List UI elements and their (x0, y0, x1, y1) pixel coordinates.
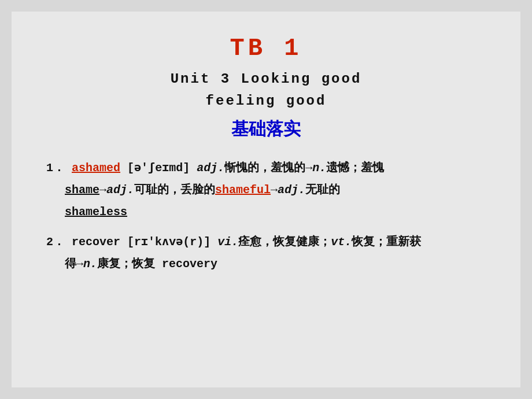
entry-2-word2: recovery (162, 257, 217, 271)
entry-1-phonetic1: [ə'ʃeɪmd] (120, 161, 197, 175)
entry-1-word3: shameful (215, 183, 271, 197)
entry-2: 2． recover [rɪ'kʌvə(r)] vi.痊愈，恢复健康；vt.恢复… (46, 231, 486, 275)
entry-1-number: 1． (46, 161, 65, 175)
entry-1: 1． ashamed [ə'ʃeɪmd] adj.惭愧的，羞愧的→n.遗憾；羞愧… (46, 157, 486, 223)
entry-1-pos3: adj. (278, 183, 305, 197)
entry-2-meaning2: 恢复；重新获 (352, 235, 421, 249)
entry-1-pos-n: n. (312, 161, 326, 175)
entry-2-line2: 得→n.康复；恢复 recovery (46, 253, 486, 275)
entry-2-line2-text: 得→ (65, 257, 83, 271)
entry-2-phonetic: [rɪ'kʌvə(r)] (120, 235, 217, 249)
entry-1-meaning3: 无耻的 (305, 183, 340, 197)
entry-2-pos2: vt. (331, 235, 352, 249)
entry-1-line1: 1． ashamed [ə'ʃeɪmd] adj.惭愧的，羞愧的→n.遗憾；羞愧 (46, 157, 486, 179)
entry-2-word: recover (72, 235, 120, 249)
entry-1-arrow3: → (271, 183, 278, 197)
entry-2-meaning3: 康复；恢复 (97, 257, 162, 271)
entry-2-pos1: vi. (217, 235, 238, 249)
chinese-title: 基础落实 (46, 117, 486, 141)
entry-1-meaning-n: 遗憾；羞愧 (326, 161, 384, 175)
entry-1-arrow2: → (99, 183, 106, 197)
entry-2-pos3: n. (83, 257, 97, 271)
entry-1-pos1: adj. (197, 161, 224, 175)
main-title: TB 1 (46, 35, 486, 62)
entry-1-pos2: adj. (106, 183, 134, 197)
entry-1-line2: shame→adj.可耻的，丢脸的shameful→adj.无耻的 (46, 179, 486, 201)
entry-1-word1: ashamed (72, 161, 120, 175)
entry-1-word4: shameless (65, 205, 127, 219)
entry-2-number: 2． (46, 235, 65, 249)
entry-1-meaning1: 惭愧的，羞愧的→ (224, 161, 312, 175)
subtitle: Unit 3 Looking good feeling good (46, 68, 486, 113)
slide: TB 1 Unit 3 Looking good feeling good 基础… (12, 12, 520, 387)
entry-1-word2: shame (65, 183, 99, 197)
subtitle-line1: Unit 3 Looking good (171, 71, 362, 87)
subtitle-line2: feeling good (206, 93, 327, 109)
entry-2-meaning1: 痊愈，恢复健康； (238, 235, 331, 249)
entry-1-meaning2: 可耻的，丢脸的 (134, 183, 215, 197)
entry-2-line1: 2． recover [rɪ'kʌvə(r)] vi.痊愈，恢复健康；vt.恢复… (46, 231, 486, 253)
entry-1-line3: shameless (46, 201, 486, 223)
content-area: 1． ashamed [ə'ʃeɪmd] adj.惭愧的，羞愧的→n.遗憾；羞愧… (46, 157, 486, 275)
